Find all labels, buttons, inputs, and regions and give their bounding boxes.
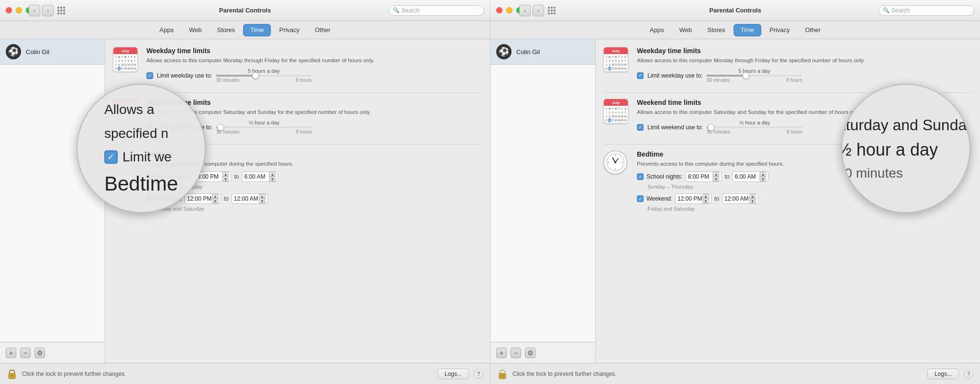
school-to-input-right[interactable]: 6:00 AM ▲ ▼ — [732, 171, 768, 182]
remove-user-button-right[interactable]: − — [511, 348, 521, 358]
weekday-text-right: Weekday time limits Allows access to thi… — [637, 47, 972, 85]
remove-user-button-left[interactable]: − — [20, 348, 31, 358]
school-checkbox-left[interactable]: ✓ — [146, 173, 153, 180]
lock-icon-left[interactable] — [7, 368, 17, 380]
tab-privacy-left[interactable]: Privacy — [272, 24, 307, 36]
grid-button-right[interactable] — [546, 5, 557, 16]
search-icon-left: 🔍 — [393, 7, 400, 13]
to-text-1-left: to — [234, 173, 239, 180]
back-button-left[interactable]: ‹ — [29, 5, 40, 16]
weekend-night-checkbox-right[interactable]: ✓ — [637, 195, 644, 202]
weekend-from-up-left[interactable]: ▲ — [212, 194, 219, 199]
weekend-night-label-right: Weekend: — [646, 195, 672, 202]
school-from-up-left[interactable]: ▲ — [222, 172, 229, 177]
tab-other-right[interactable]: Other — [798, 24, 828, 36]
school-to-down-left[interactable]: ▼ — [269, 177, 276, 181]
weekend-to-down-left[interactable]: ▼ — [259, 199, 266, 203]
tab-apps-right[interactable]: Apps — [643, 24, 671, 36]
weekend-to-input-right[interactable]: 12:00 AM ▲ ▼ — [722, 193, 758, 204]
weekend-desc-right: Allows access to this computer Saturday … — [637, 108, 972, 116]
weekend-checkbox-right[interactable]: ✓ — [637, 124, 644, 131]
school-checkbox-right[interactable]: ✓ — [637, 173, 644, 180]
weekday-track-left[interactable] — [216, 75, 312, 77]
bedtime-icon-left — [113, 150, 140, 177]
minimize-button-left[interactable] — [16, 7, 22, 13]
sidebar-user-left: ⚽ Colin Gil — [0, 39, 105, 65]
school-to-up-right[interactable]: ▲ — [759, 172, 766, 177]
school-from-input-right[interactable]: 8:00 PM ▲ ▼ — [685, 171, 722, 182]
school-days-left: Sunday – Thursday — [157, 184, 482, 190]
school-nights-row-left: ✓ School nights: 8:00 PM ▲ ▼ to 6:00 AM — [146, 171, 482, 182]
grid-button-left[interactable] — [56, 5, 67, 16]
tab-stores-right[interactable]: Stores — [700, 24, 733, 36]
search-box-left[interactable]: 🔍 Search — [389, 5, 484, 16]
school-to-down-right[interactable]: ▼ — [759, 177, 766, 181]
help-button-left[interactable]: ? — [474, 369, 483, 379]
weekday-minmax-right: 30 minutes 8 hours — [706, 78, 802, 83]
weekend-track-left[interactable] — [216, 126, 312, 128]
tab-other-left[interactable]: Other — [308, 24, 338, 36]
weekend-icon-right: July SMTWTFS 1234567 891011121314 151617… — [603, 99, 630, 125]
school-from-down-left[interactable]: ▼ — [222, 177, 229, 181]
weekend-night-checkbox-left[interactable]: ✓ — [146, 195, 153, 202]
weekend-minmax-right: 30 minutes 8 hours — [707, 129, 802, 135]
bedtime-text-left: Bedtime Prevents access to this computer… — [146, 150, 482, 215]
school-from-input-left[interactable]: 8:00 PM ▲ ▼ — [195, 171, 231, 182]
tabbar-left: Apps Web Stores Time Privacy Other — [0, 21, 490, 39]
school-label-left: School nights: — [156, 173, 192, 180]
bedtime-desc-left: Prevents access to this computer during … — [146, 160, 482, 168]
minimize-button-right[interactable] — [506, 7, 512, 13]
nav-buttons-right: ‹ › — [519, 5, 544, 16]
weekend-from-down-left[interactable]: ▼ — [212, 199, 219, 203]
weekday-checkbox-right[interactable]: ✓ — [637, 72, 644, 79]
weekend-from-down-right[interactable]: ▼ — [702, 199, 709, 203]
weekday-checkbox-left[interactable]: ✓ — [146, 72, 153, 79]
weekend-to-up-left[interactable]: ▲ — [259, 194, 266, 199]
weekend-checkbox-left[interactable]: ✓ — [146, 124, 153, 131]
weekend-from-input-right[interactable]: 12:00 PM ▲ ▼ — [675, 193, 712, 204]
settings-button-left[interactable]: ⚙ — [34, 348, 45, 358]
weekend-limit-row-right: ✓ Limit weekend use to: ½ hour a day 30 … — [637, 120, 972, 135]
tab-apps-left[interactable]: Apps — [152, 24, 181, 36]
weekday-track-right[interactable] — [706, 75, 802, 77]
weekend-track-right[interactable] — [707, 126, 802, 128]
tab-time-right[interactable]: Time — [734, 24, 761, 36]
search-box-right[interactable]: 🔍 Search — [879, 5, 974, 16]
weekend-from-input-left[interactable]: 12:00 PM ▲ ▼ — [185, 193, 221, 204]
add-user-button-left[interactable]: + — [6, 348, 16, 358]
add-user-button-right[interactable]: + — [496, 348, 507, 358]
weekend-section-left: July SMTWTFS 1234567 891011121314 151617… — [113, 99, 482, 136]
weekday-slider-left: 5 hours a day 30 minutes 8 hours — [216, 68, 312, 83]
forward-button-left[interactable]: › — [42, 5, 54, 16]
window-title-right: Parental Controls — [709, 7, 761, 14]
weekend-to-down-right[interactable]: ▼ — [749, 199, 756, 203]
weekday-slider-value-right: 5 hours a day — [706, 68, 802, 74]
back-button-right[interactable]: ‹ — [519, 5, 531, 16]
help-button-right[interactable]: ? — [964, 369, 973, 379]
tab-privacy-right[interactable]: Privacy — [762, 24, 797, 36]
weekday-slider-value-left: 5 hours a day — [216, 68, 312, 74]
tab-web-left[interactable]: Web — [182, 24, 209, 36]
close-button-right[interactable] — [496, 7, 502, 13]
logs-button-right[interactable]: Logs... — [927, 369, 959, 379]
school-from-down-right[interactable]: ▼ — [713, 177, 719, 181]
tab-stores-left[interactable]: Stores — [210, 24, 243, 36]
school-to-input-left[interactable]: 6:00 AM ▲ ▼ — [242, 171, 278, 182]
weekday-section-left: July SMTWTFS 1234567 891011121314 151617… — [113, 47, 482, 85]
settings-button-right[interactable]: ⚙ — [525, 348, 535, 358]
weekend-to-input-left[interactable]: 12:00 AM ▲ ▼ — [232, 193, 268, 204]
tab-time-left[interactable]: Time — [243, 24, 271, 36]
weekday-limit-row-left: ✓ Limit weekday use to: 5 hours a day 30… — [146, 68, 482, 83]
school-to-up-left[interactable]: ▲ — [269, 172, 276, 177]
close-button-left[interactable] — [6, 7, 12, 13]
logs-button-left[interactable]: Logs... — [437, 369, 469, 379]
forward-button-right[interactable]: › — [533, 5, 544, 16]
school-from-up-right[interactable]: ▲ — [713, 172, 719, 177]
lock-icon-right[interactable] — [497, 368, 508, 380]
school-days-right: Sunday – Thursday — [647, 184, 972, 190]
weekend-to-up-right[interactable]: ▲ — [749, 194, 756, 199]
left-window: ‹ › Parental Controls 🔍 Search Apps Web … — [0, 0, 490, 384]
weekend-from-up-right[interactable]: ▲ — [702, 194, 709, 199]
traffic-lights-left — [6, 7, 32, 13]
tab-web-right[interactable]: Web — [672, 24, 700, 36]
